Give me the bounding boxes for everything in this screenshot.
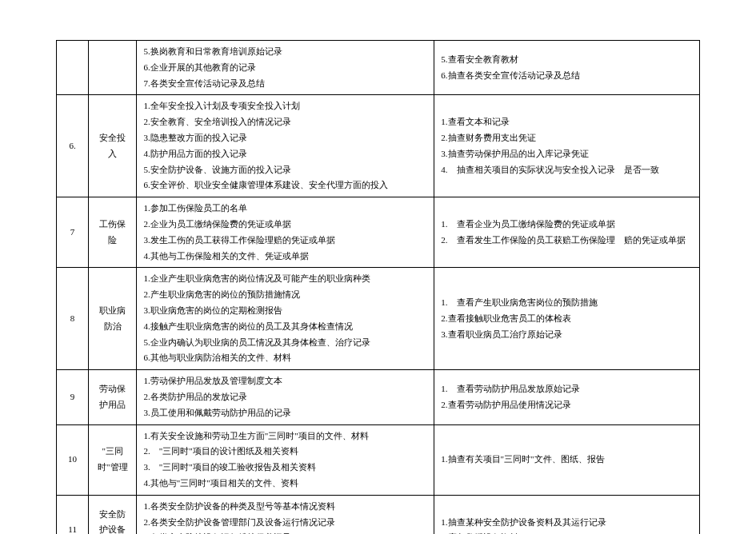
row-number: 8 — [57, 268, 89, 370]
content-line: 4.其他与"三同时"项目相关的文件、资料 — [143, 476, 427, 492]
content-items: 5.换岗教育和日常教育培训原始记录6.企业开展的其他教育的记录7.各类安全宣传活… — [137, 41, 434, 95]
check-items: 1.抽查有关项目"三同时"文件、图纸、报告 — [434, 424, 700, 495]
check-items: 1. 查看产生职业病危害岗位的预防措施2.查看接触职业危害员工的体检表3.查看职… — [434, 268, 700, 370]
check-line: 2.查看劳动防护用品使用情况记录 — [441, 397, 693, 413]
content-line: 7.各类安全宣传活动记录及总结 — [143, 76, 427, 92]
content-line: 5.换岗教育和日常教育培训原始记录 — [143, 44, 427, 60]
content-line: 2.各类防护用品的发放记录 — [143, 389, 427, 405]
content-line: 3. "三同时"项目的竣工验收报告及相关资料 — [143, 460, 427, 476]
category-name — [89, 41, 137, 95]
check-items: 1.查看文本和记录2.抽查财务费用支出凭证3.抽查劳动保护用品的出入库记录凭证4… — [434, 95, 700, 197]
check-line: 1. 查看企业为员工缴纳保险费的凭证或单据 — [441, 217, 693, 233]
content-line: 4.防护用品方面的投入记录 — [143, 146, 427, 162]
check-line: 2.抽查财务费用支出凭证 — [441, 130, 693, 146]
content-line: 3.职业病危害的岗位的定期检测报告 — [143, 303, 427, 319]
content-line: 1.企业产生职业病危害的岗位情况及可能产生的职业病种类 — [143, 271, 427, 287]
content-line: 1.劳动保护用品发放及管理制度文本 — [143, 373, 427, 389]
content-line: 5.安全防护设备、设施方面的投入记录 — [143, 162, 427, 178]
content-line: 3.发生工伤的员工获得工作保险理赔的凭证或单据 — [143, 233, 427, 249]
content-line: 1.有关安全设施和劳动卫生方面"三同时"项目的文件、材料 — [143, 428, 427, 444]
content-line: 2.产生职业病危害的岗位的预防措施情况 — [143, 287, 427, 303]
content-line: 1.各类安全防护设备的种类及型号等基本情况资料 — [143, 499, 427, 515]
check-line: 2.应急救援设备资料 — [441, 530, 693, 534]
content-line: 1.全年安全投入计划及专项安全投入计划 — [143, 98, 427, 114]
content-items: 1.企业产生职业病危害的岗位情况及可能产生的职业病种类2.产生职业病危害的岗位的… — [137, 268, 434, 370]
category-name: "三同 时"管理 — [89, 424, 137, 495]
table-row: 9劳动保护用品1.劳动保护用品发放及管理制度文本2.各类防护用品的发放记录3.员… — [57, 370, 700, 424]
category-name: 职业病防治 — [89, 268, 137, 370]
check-line: 5.查看安全教育教材 — [441, 52, 693, 68]
content-items: 1.有关安全设施和劳动卫生方面"三同时"项目的文件、材料2. "三同时"项目的设… — [137, 424, 434, 495]
category-name: 安全投入 — [89, 95, 137, 197]
category-name: 劳动保护用品 — [89, 370, 137, 424]
content-line: 3.员工使用和佩戴劳动防护用品的记录 — [143, 405, 427, 421]
table-row: 7工伤保险1.参加工伤保险员工的名单2.企业为员工缴纳保险费的凭证或单据3.发生… — [57, 197, 700, 268]
category-name: 安全防护设备管理 — [89, 495, 137, 534]
row-number: 11 — [57, 495, 89, 534]
content-items: 1.参加工伤保险员工的名单2.企业为员工缴纳保险费的凭证或单据3.发生工伤的员工… — [137, 197, 434, 268]
content-line: 2. "三同时"项目的设计图纸及相关资料 — [143, 444, 427, 460]
row-number: 10 — [57, 424, 89, 495]
row-number: 6. — [57, 95, 89, 197]
content-line: 3.各类安全防护设备运行维护保养记录 — [143, 530, 427, 534]
check-items: 1. 查看企业为员工缴纳保险费的凭证或单据2. 查看发生工作保险的员工获赔工伤保… — [434, 197, 700, 268]
content-line: 1.参加工伤保险员工的名单 — [143, 201, 427, 217]
content-items: 1.全年安全投入计划及专项安全投入计划2.安全教育、安全培训投入的情况记录3.隐… — [137, 95, 434, 197]
content-line: 6.安全评价、职业安全健康管理体系建设、安全代理方面的投入 — [143, 177, 427, 193]
row-number — [57, 41, 89, 95]
check-items: 5.查看安全教育教材6.抽查各类安全宣传活动记录及总结 — [434, 41, 700, 95]
content-line: 3.隐患整改方面的投入记录 — [143, 130, 427, 146]
check-line: 3.查看职业病员工治疗原始记录 — [441, 327, 693, 343]
check-line: 1. 查看产生职业病危害岗位的预防措施 — [441, 295, 693, 311]
check-line: 1.抽查某种安全防护设备资料及其运行记录 — [441, 515, 693, 531]
content-line: 5.企业内确认为职业病的员工情况及其身体检查、治疗记录 — [143, 335, 427, 351]
table-row: 8职业病防治1.企业产生职业病危害的岗位情况及可能产生的职业病种类2.产生职业病… — [57, 268, 700, 370]
check-items: 1. 查看劳动防护用品发放原始记录2.查看劳动防护用品使用情况记录 — [434, 370, 700, 424]
check-line: 2.查看接触职业危害员工的体检表 — [441, 311, 693, 327]
content-line: 6.其他与职业病防治相关的文件、材料 — [143, 350, 427, 366]
content-items: 1.各类安全防护设备的种类及型号等基本情况资料2.各类安全防护设备管理部门及设备… — [137, 495, 434, 534]
table-row: 11安全防护设备管理1.各类安全防护设备的种类及型号等基本情况资料2.各类安全防… — [57, 495, 700, 534]
table-row: 10"三同 时"管理1.有关安全设施和劳动卫生方面"三同时"项目的文件、材料2.… — [57, 424, 700, 495]
check-line: 4. 抽查相关项目的实际状况与安全投入记录 是否一致 — [441, 162, 693, 178]
check-line: 1.抽查有关项目"三同时"文件、图纸、报告 — [441, 452, 693, 468]
content-line: 4.接触产生职业病危害的岗位的员工及其身体检查情况 — [143, 319, 427, 335]
check-line: 3.抽查劳动保护用品的出入库记录凭证 — [441, 146, 693, 162]
check-items: 1.抽查某种安全防护设备资料及其运行记录2.应急救援设备资料 — [434, 495, 700, 534]
audit-table: 5.换岗教育和日常教育培训原始记录6.企业开展的其他教育的记录7.各类安全宣传活… — [56, 40, 700, 534]
check-line: 2. 查看发生工作保险的员工获赔工伤保险理 赔的凭证或单据 — [441, 233, 693, 249]
content-line: 4.其他与工伤保险相关的文件、凭证或单据 — [143, 249, 427, 265]
row-number: 7 — [57, 197, 89, 268]
check-line: 6.抽查各类安全宣传活动记录及总结 — [441, 68, 693, 84]
category-name: 工伤保险 — [89, 197, 137, 268]
content-items: 1.劳动保护用品发放及管理制度文本2.各类防护用品的发放记录3.员工使用和佩戴劳… — [137, 370, 434, 424]
check-line: 1.查看文本和记录 — [441, 114, 693, 130]
content-line: 2.安全教育、安全培训投入的情况记录 — [143, 114, 427, 130]
content-line: 2.企业为员工缴纳保险费的凭证或单据 — [143, 217, 427, 233]
content-line: 6.企业开展的其他教育的记录 — [143, 60, 427, 76]
content-line: 2.各类安全防护设备管理部门及设备运行情况记录 — [143, 515, 427, 531]
check-line: 1. 查看劳动防护用品发放原始记录 — [441, 381, 693, 397]
row-number: 9 — [57, 370, 89, 424]
table-row: 6.安全投入1.全年安全投入计划及专项安全投入计划2.安全教育、安全培训投入的情… — [57, 95, 700, 197]
table-row: 5.换岗教育和日常教育培训原始记录6.企业开展的其他教育的记录7.各类安全宣传活… — [57, 41, 700, 95]
